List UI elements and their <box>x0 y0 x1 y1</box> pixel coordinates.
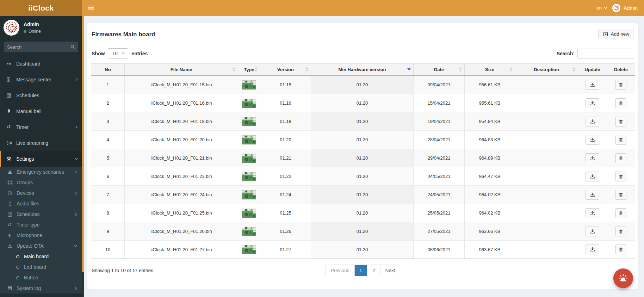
sidebar-item-groups[interactable]: Groups <box>0 177 82 188</box>
update-button[interactable] <box>586 190 599 200</box>
sidebar-item-live-streaming[interactable]: Live streaming <box>0 135 82 151</box>
sidebar-scrollbar[interactable] <box>82 16 84 297</box>
column-header-version[interactable]: Version <box>260 64 311 76</box>
download-icon <box>7 243 17 248</box>
delete-button[interactable] <box>615 208 626 218</box>
sidebar-item-schedules[interactable]: Schedules <box>0 209 82 219</box>
delete-button[interactable] <box>615 245 626 254</box>
update-button[interactable] <box>586 80 599 90</box>
sidebar-item-message-center[interactable]: Message center <box>0 72 82 87</box>
sidebar-scrollbar-thumb[interactable] <box>82 16 84 272</box>
column-header-type[interactable]: Type <box>238 64 260 76</box>
search-icon[interactable] <box>70 44 75 49</box>
update-button[interactable] <box>586 98 599 108</box>
sidebar-item-microphone[interactable]: Microphone <box>0 230 82 241</box>
cell-delete <box>607 241 635 259</box>
pagination-previous[interactable]: Previous <box>326 265 354 276</box>
page-size-select[interactable]: 10 <box>108 48 128 58</box>
add-new-button[interactable]: Add new <box>598 29 634 39</box>
delete-button[interactable] <box>615 135 626 145</box>
update-button[interactable] <box>586 117 599 126</box>
column-header-min-hardware-version[interactable]: Min Hardware version <box>311 64 414 76</box>
column-header-date[interactable]: Date <box>414 64 465 76</box>
sidebar-item-main-board[interactable]: Main board <box>0 251 82 262</box>
language-dropdown[interactable]: en <box>596 5 607 11</box>
delete-button[interactable] <box>615 172 626 181</box>
sidebar-item-update-ota[interactable]: Update OTA <box>0 241 82 251</box>
delete-button[interactable] <box>615 190 626 200</box>
cell-date: 04/05/2021 <box>414 167 465 186</box>
brand-logo[interactable]: iiClock <box>0 0 82 16</box>
column-header-size[interactable]: Size <box>465 64 515 76</box>
user-name-label: Admin <box>624 5 638 11</box>
download-icon <box>590 119 595 124</box>
sidebar-item-button[interactable]: Button <box>0 272 82 283</box>
cell-version: 01.22 <box>260 167 311 186</box>
cell-file_name: iiClock_M_H01.20_F01.25.bin <box>125 204 238 222</box>
cell-update <box>578 186 607 204</box>
delete-button[interactable] <box>615 98 626 108</box>
update-button[interactable] <box>586 172 599 181</box>
page-length-control: Show 10 entries <box>92 48 148 58</box>
table-search-input[interactable] <box>577 49 634 58</box>
cell-min_hw: 01.20 <box>311 131 414 149</box>
pagination-page-1[interactable]: 1 <box>354 265 367 276</box>
cell-no: 5 <box>91 149 125 167</box>
mic-icon <box>7 233 17 238</box>
cell-version: 01.16 <box>260 94 311 112</box>
sidebar-item-label: Dashboard <box>16 61 79 67</box>
column-header-delete[interactable]: Delete <box>607 64 635 76</box>
cell-size: 963.67 KB <box>465 241 515 259</box>
column-header-file-name[interactable]: File Name <box>125 64 238 76</box>
cell-date: 19/04/2021 <box>414 112 465 131</box>
download-icon <box>590 211 595 216</box>
cell-size: 955.61 KB <box>465 94 515 112</box>
sidebar-item-emergency-scenarios[interactable]: Emergency scenarios <box>0 167 82 177</box>
alarm-fab-button[interactable] <box>613 268 633 288</box>
update-button[interactable] <box>586 227 599 236</box>
sidebar-item-label: Timer type <box>17 222 78 228</box>
delete-button[interactable] <box>615 80 626 90</box>
sidebar-item-manual-bell[interactable]: Manual bell <box>0 103 82 119</box>
sidebar-toggle-button[interactable] <box>88 0 102 16</box>
cell-date: 29/04/2021 <box>414 149 465 167</box>
table-row: 10iiClock_M_H01.20_F01.27.bin01.2701.200… <box>91 241 635 259</box>
column-header-update[interactable]: Update <box>578 64 607 76</box>
sidebar-item-dashboard[interactable]: Dashboard <box>0 56 82 72</box>
update-button[interactable] <box>586 153 599 163</box>
cell-file_name: iiClock_M_H01.20_F01.24.bin <box>125 186 238 204</box>
pagination-next[interactable]: Next <box>380 265 400 276</box>
sidebar-item-timer-type[interactable]: ↺Timer type <box>0 219 82 230</box>
update-button[interactable] <box>586 208 599 218</box>
update-button[interactable] <box>586 135 599 145</box>
sidebar-item-schedules[interactable]: Schedules <box>0 87 82 103</box>
sidebar-item-label: System log <box>17 285 74 291</box>
chevron-down-icon <box>74 157 79 161</box>
sidebar-item-label: Emergency scenarios <box>17 169 74 175</box>
cell-update <box>578 222 607 241</box>
sidebar-search-input[interactable] <box>7 44 70 50</box>
sidebar-item-audio-files[interactable]: ♫Audio files <box>0 198 82 209</box>
sidebar-item-timer[interactable]: ↺Timer <box>0 119 82 135</box>
column-header-no[interactable]: No <box>91 64 125 76</box>
history-icon: ↺ <box>7 222 17 228</box>
delete-button[interactable] <box>615 117 626 126</box>
sort-arrows-icon <box>233 67 235 72</box>
cell-no: 2 <box>91 94 125 112</box>
sidebar-item-system-log[interactable]: System log <box>0 283 82 293</box>
sidebar-item-devices[interactable]: Devices <box>0 188 82 198</box>
cell-update <box>578 94 607 112</box>
update-button[interactable] <box>586 245 599 254</box>
calendar-icon <box>7 212 17 217</box>
delete-button[interactable] <box>615 227 626 236</box>
delete-button[interactable] <box>615 153 626 163</box>
column-header-description[interactable]: Description <box>515 64 578 76</box>
cell-description <box>515 222 578 241</box>
sidebar-item-settings[interactable]: Settings <box>0 151 82 167</box>
table-row: 2iiClock_M_H01.20_F01.16.bin01.1601.2015… <box>91 94 635 112</box>
user-menu[interactable]: Admin <box>612 4 638 12</box>
chevron-down-icon <box>603 6 607 10</box>
pagination-page-2[interactable]: 2 <box>367 265 380 276</box>
sidebar-item-led-board[interactable]: Led board <box>0 262 82 272</box>
cell-min_hw: 01.20 <box>311 112 414 131</box>
